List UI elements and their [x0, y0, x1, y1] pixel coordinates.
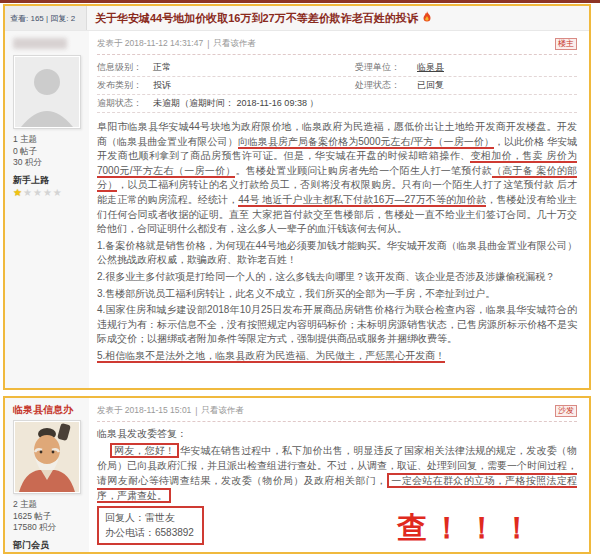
post1-sidebar: 1 主题 0 帖子 30 积分 新手上路 ★★★★★: [5, 31, 89, 390]
red-underlined-text: 44号 地近千户业主都私下付款16万—27万不等的加价款: [238, 194, 486, 207]
complaint-info-table: 信息级别： 正常 受理单位： 临泉县 发布类别： 投诉 处理状态： 已回复 逾期…: [97, 59, 577, 113]
post1-dateline: 发表于 2018-11-12 14:31:47 | 只看该作者 楼主: [97, 37, 577, 51]
user-rank: 部门会员: [13, 539, 89, 552]
thread-title-bar: 关于华安城44号地加价收取16万到27万不等差价欺诈老百姓的投诉: [87, 6, 589, 30]
info-row-3: 逾期状态： 未逾期（逾期时间： 2018-11-16 09:38 ）: [97, 95, 577, 113]
info-row-2: 发布类别： 投诉 处理状态： 已回复: [97, 77, 577, 95]
category-value: 投诉: [153, 79, 333, 92]
status-value: 已回复: [417, 79, 444, 92]
info-level-value: 正常: [153, 61, 333, 74]
responder-phone: 办公电话：6583892: [105, 525, 194, 540]
divider: [97, 421, 577, 422]
post1-avatar[interactable]: [13, 55, 81, 129]
body-item-2: 2.很多业主多付款项是打给同一个人的，这么多钱去向哪里？该开发商、该企业是否涉及…: [97, 270, 577, 285]
points-count: 30 积分: [13, 157, 89, 169]
body-item-5: 5.相信临泉不是法外之地，临泉县政府为民造福、为民做主，严惩黑心开发商！: [97, 349, 577, 364]
category-label: 发布类别：: [97, 79, 153, 92]
posts-count: 0 帖子: [13, 146, 89, 158]
post2-dateline: 发表于 2018-11-15 15:01 | 只看该作者 沙发: [97, 404, 577, 418]
post1-content: 发表于 2018-11-12 14:31:47 | 只看该作者 楼主 信息级别：…: [89, 31, 589, 390]
info-level-label: 信息级别：: [97, 61, 153, 74]
post-date: 发表于 2018-11-15 15:01: [97, 405, 191, 417]
star-icon-filled: ★★★★★: [13, 552, 63, 555]
body-item-3: 3.售楼部所说员工福利房转让，此名义不成立，我们所买的全部为一手房，不牵扯到过户…: [97, 287, 577, 302]
overdue-label: 逾期状态：: [97, 97, 153, 110]
floor-badge-shafa[interactable]: 沙发: [555, 405, 577, 417]
rank-stars: ★★★★★: [13, 187, 89, 199]
accept-unit-link[interactable]: 临泉县: [417, 61, 444, 74]
plain-text: 。售楼处置业顾问让购房者先给一个陌生人打一笔预付款: [235, 165, 492, 176]
star-icon-empty: ★★★★: [23, 187, 63, 198]
divider: [97, 54, 577, 55]
view-reply-count: 查看: 165 | 回复: 2: [5, 6, 87, 30]
points-count: 17580 积分: [13, 522, 89, 534]
post-1: 查看: 165 | 回复: 2 关于华安城44号地加价收取16万到27万不等差价…: [3, 4, 591, 390]
red-underlined-text: 向临泉县房产局备案价格为5000元左右/平方（一房一价）: [238, 136, 494, 149]
thread-header: 查看: 165 | 回复: 2 关于华安城44号地加价收取16万到27万不等差价…: [5, 6, 589, 31]
blurred-username: [13, 38, 67, 49]
body-paragraph: 阜阳市临泉县华安城44号块地为政府限价地，临泉政府为民造福，愿低价出让土地给开发…: [97, 120, 577, 237]
body-item-4: 4.国家住房和城乡建设部2018年10月25日发布开展商品房销售价格行为联合检查…: [97, 303, 577, 347]
post-date: 发表于 2018-11-12 14:31:47: [97, 38, 203, 50]
accept-unit-label: 受理单位：: [355, 61, 417, 74]
floor-badge-louzhu[interactable]: 楼主: [555, 38, 577, 50]
status-label: 处理状态：: [355, 79, 417, 92]
plain-text: 3.售楼部所说员工福利房转让，此名义不成立，我们所买的全部为一手房，不牵扯到过户…: [97, 288, 495, 299]
cha-stamp-annotation: 查！！！: [397, 508, 537, 549]
forum-page: { "colors": { "border_yellow": "#f0b93d"…: [0, 0, 600, 560]
star-icon-filled: ★: [13, 187, 23, 198]
post1-body: 阜阳市临泉县华安城44号块地为政府限价地，临泉政府为民造福，愿低价出让土地给开发…: [97, 120, 577, 364]
overdue-value: 未逾期（逾期时间： 2018-11-16 09:38 ）: [153, 97, 318, 110]
responder-box: 回复人：雷世友 办公电话：6583892: [97, 506, 204, 545]
default-avatar-icon: [15, 57, 79, 127]
user-rank: 新手上路: [13, 174, 89, 187]
plain-text: 1.备案价格就是销售价格，为何现在44号地必须要加钱才能购买。华安城开发商（临泉…: [97, 240, 577, 266]
reply-heading: 临泉县发改委答复：: [97, 427, 577, 441]
top-maroon-strip: [0, 0, 600, 3]
reply-body: 网友，您好！华安城在销售过程中，私下加价出售，明显违反了国家相关法律法规的规定，…: [97, 443, 577, 503]
posts-count: 1625 帖子: [13, 511, 89, 523]
red-underlined-text: 5.相信临泉不是法外之地，临泉县政府为民造福、为民做主，严惩黑心开发商！: [97, 350, 445, 363]
post2-username[interactable]: 临泉县信息办: [13, 403, 89, 417]
info-row-1: 信息级别： 正常 受理单位： 临泉县: [97, 59, 577, 77]
rank-stars: ★★★★★: [13, 552, 89, 555]
topics-count: 2 主题: [13, 499, 89, 511]
only-author-link[interactable]: 只看该作者: [202, 405, 245, 417]
post2-sidebar: 临泉县信息办 2 主题 1625 帖子 17580 积: [5, 398, 89, 552]
red-boxed-text: 网友，您好！: [110, 443, 179, 458]
post2-avatar[interactable]: [13, 420, 81, 494]
responder-name: 回复人：雷世友: [105, 510, 194, 525]
plain-text: 2.很多业主多付款项是打给同一个人的，这么多钱去向哪里？该开发商、该企业是否涉及…: [97, 271, 555, 282]
old-man-avatar-image: [15, 422, 79, 492]
topics-count: 1 主题: [13, 134, 89, 146]
thread-title: 关于华安城44号地加价收取16万到27万不等差价欺诈老百姓的投诉: [95, 11, 418, 26]
only-author-link[interactable]: 只看该作者: [213, 38, 256, 50]
plain-text: 4.国家住房和城乡建设部2018年10月25日发布开展商品房销售价格行为联合检查…: [97, 304, 577, 344]
flame-icon: [422, 9, 432, 27]
post-2: 临泉县信息办 2 主题 1625 帖子 17580 积: [3, 396, 591, 554]
body-item-1: 1.备案价格就是销售价格，为何现在44号地必须要加钱才能购买。华安城开发商（临泉…: [97, 239, 577, 268]
